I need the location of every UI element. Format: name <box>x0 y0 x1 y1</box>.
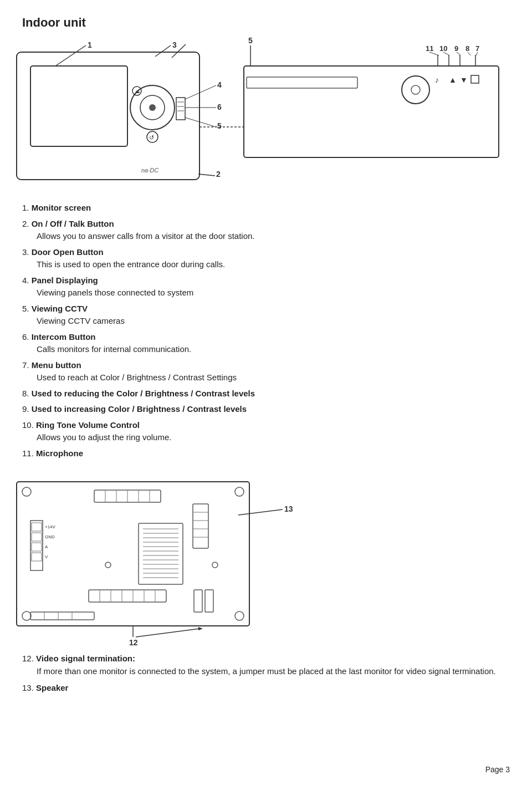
svg-text:↺: ↺ <box>149 134 154 141</box>
svg-text:12: 12 <box>129 638 138 647</box>
svg-rect-28 <box>247 77 357 88</box>
svg-point-86 <box>212 562 218 568</box>
svg-rect-59 <box>32 533 42 541</box>
svg-line-40 <box>429 52 439 55</box>
desc-item-2: 2. On / Off / Talk Button Allows you to … <box>22 218 510 243</box>
svg-text:7: 7 <box>475 44 479 53</box>
svg-text:8: 8 <box>466 44 469 53</box>
svg-text:na·DC: na·DC <box>141 167 158 174</box>
svg-text:11: 11 <box>426 44 433 53</box>
svg-rect-103 <box>194 590 202 612</box>
svg-text:2: 2 <box>216 170 221 179</box>
desc-item-3: 3. Door Open Button This is used to open… <box>22 246 510 271</box>
desc-item-5: 5. Viewing CCTV Viewing CCTV cameras <box>22 303 510 328</box>
svg-rect-60 <box>32 543 42 551</box>
svg-point-54 <box>235 487 244 496</box>
svg-line-25 <box>185 118 216 127</box>
svg-rect-52 <box>17 482 249 626</box>
svg-rect-61 <box>32 553 42 561</box>
svg-text:GND: GND <box>45 534 55 539</box>
svg-text:♪: ♪ <box>435 75 439 84</box>
svg-rect-1 <box>30 66 127 146</box>
svg-text:5: 5 <box>248 36 253 45</box>
svg-rect-72 <box>139 523 183 584</box>
svg-line-2 <box>55 45 86 66</box>
svg-text:V: V <box>45 554 48 559</box>
top-diagram: 1 3 ⏏ ↺ na·DC 2 4 6 5 <box>0 35 532 196</box>
svg-rect-0 <box>17 52 200 180</box>
desc-item-11: 11. Microphone <box>22 447 510 460</box>
desc-item-1: 1. Monitor screen <box>22 202 510 215</box>
desc-item-4: 4. Panel Displaying Viewing panels those… <box>22 274 510 299</box>
svg-rect-104 <box>205 590 213 612</box>
svg-line-21 <box>185 85 216 99</box>
svg-point-55 <box>22 611 31 620</box>
svg-rect-99 <box>30 612 94 620</box>
svg-point-8 <box>149 104 156 111</box>
svg-point-53 <box>22 487 31 496</box>
svg-point-30 <box>411 85 420 94</box>
svg-text:+14V: +14V <box>45 524 56 529</box>
svg-text:3: 3 <box>172 40 177 49</box>
svg-text:⏏: ⏏ <box>135 89 140 94</box>
svg-point-56 <box>235 611 244 620</box>
svg-text:1: 1 <box>88 40 92 49</box>
description-list: 1. Monitor screen 2. On / Off / Talk But… <box>0 202 532 460</box>
svg-rect-87 <box>193 504 208 548</box>
desc-item-7: 7. Menu button Used to reach at Color / … <box>22 359 510 384</box>
page-title: Indoor unit <box>0 0 532 35</box>
desc-item-8: 8. Used to reducing the Color / Brightne… <box>22 388 510 400</box>
svg-text:13: 13 <box>284 504 293 513</box>
svg-text:A: A <box>45 544 48 549</box>
bottom-description-list: 12. Video signal termination: If more th… <box>0 653 532 695</box>
svg-marker-110 <box>198 627 203 630</box>
svg-point-85 <box>105 562 111 568</box>
svg-line-44 <box>457 52 461 55</box>
svg-rect-34 <box>471 75 479 83</box>
desc-item-9: 9. Used to increasing Color / Brightness… <box>22 403 510 416</box>
svg-text:10: 10 <box>439 44 447 53</box>
page-number: Page 3 <box>485 765 510 774</box>
svg-rect-92 <box>89 590 166 602</box>
svg-text:5: 5 <box>217 121 222 130</box>
desc-item-10: 10. Ring Tone Volume Control Allows you … <box>22 419 510 444</box>
desc-item-6: 6. Intercom Button Calls monitors for in… <box>22 331 510 356</box>
svg-text:6: 6 <box>217 103 222 111</box>
desc-item-12: 12. Video signal termination: If more th… <box>22 653 510 677</box>
svg-line-109 <box>136 629 200 637</box>
svg-point-29 <box>402 76 429 104</box>
bottom-diagram: +14V GND A V <box>0 471 532 648</box>
desc-item-13: 13. Speaker <box>22 682 510 695</box>
svg-rect-11 <box>176 98 185 120</box>
svg-line-4 <box>155 45 171 57</box>
svg-text:4: 4 <box>217 80 222 89</box>
svg-text:▼: ▼ <box>460 75 468 84</box>
svg-rect-57 <box>30 521 43 570</box>
svg-line-105 <box>238 509 283 515</box>
svg-text:9: 9 <box>454 44 458 53</box>
svg-line-20 <box>198 174 215 176</box>
svg-rect-58 <box>32 523 42 531</box>
svg-text:▲: ▲ <box>449 75 457 84</box>
